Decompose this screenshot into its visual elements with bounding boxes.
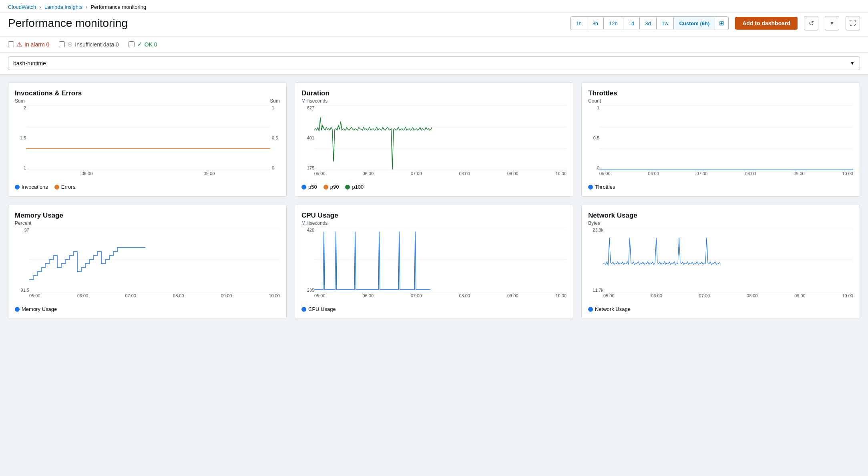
net-legend-item: Network Usage xyxy=(588,306,631,312)
time-12h[interactable]: 12h xyxy=(604,18,623,29)
memory-title: Memory Usage xyxy=(15,212,280,220)
charts-grid-top: Invocations & Errors Sum Sum 2 1.5 1 xyxy=(8,83,860,197)
breadcrumb-sep2: › xyxy=(86,4,87,10)
time-3h[interactable]: 3h xyxy=(587,18,604,29)
cpu-y-axis: 420 235 xyxy=(301,228,314,304)
net-x-labels: 05:00 06:00 07:00 08:00 09:00 10:00 xyxy=(603,293,853,298)
in-alarm-label: In alarm 0 xyxy=(24,41,49,48)
thr-y-axis: 1 0.5 0 xyxy=(588,105,599,182)
page-title: Performance monitoring xyxy=(8,17,564,30)
dur-legend: p50 p90 p100 xyxy=(301,184,567,190)
dur-p50-label: p50 xyxy=(308,184,317,190)
cpu-chart-card: CPU Usage Milliseconds 420 235 xyxy=(295,205,573,319)
throttles-chart-card: Throttles Count 1 0.5 0 xyxy=(581,83,860,197)
thr-chart-inner: 05:00 06:00 07:00 08:00 09:00 10:00 xyxy=(599,105,853,182)
inv-legend-inv-label: Invocations xyxy=(22,184,48,190)
inv-svg xyxy=(26,105,270,170)
thr-svg xyxy=(599,105,853,170)
mem-x-labels: 05:00 06:00 07:00 08:00 09:00 10:00 xyxy=(29,293,280,298)
network-chart-card: Network Usage Bytes 23.3k 11.7k xyxy=(581,205,860,319)
in-alarm-filter[interactable]: ⚠ In alarm 0 xyxy=(8,40,49,48)
net-legend: Network Usage xyxy=(588,306,853,312)
thr-legend: Throttles xyxy=(588,184,853,190)
time-1w[interactable]: 1w xyxy=(657,18,674,29)
grid-view-button[interactable]: ⊞ xyxy=(715,17,728,30)
dropdown-button[interactable]: ▼ xyxy=(825,16,839,30)
invocations-unit-row: Sum Sum xyxy=(15,98,280,104)
alarm-filters: ⚠ In alarm 0 ⊝ Insufficient data 0 ✓ OK … xyxy=(0,36,868,52)
breadcrumb-current: Performance monitoring xyxy=(90,4,146,10)
insufficient-filter[interactable]: ⊝ Insufficient data 0 xyxy=(59,40,119,48)
inv-legend-err-label: Errors xyxy=(61,184,75,190)
dur-p90-label: p90 xyxy=(330,184,339,190)
network-chart: 23.3k 11.7k 05:00 06:00 07:00 xyxy=(588,228,853,304)
inv-legend: Invocations Errors xyxy=(15,184,280,190)
page-header: Performance monitoring 1h 3h 12h 1d 3d 1… xyxy=(0,13,868,36)
fullscreen-button[interactable]: ⛶ xyxy=(846,16,860,30)
ok-label: OK 0 xyxy=(145,41,157,48)
time-1h[interactable]: 1h xyxy=(571,18,587,29)
inv-legend-invocations: Invocations xyxy=(15,184,48,190)
add-dashboard-button[interactable]: Add to dashboard xyxy=(735,17,798,30)
mem-svg xyxy=(29,228,280,292)
function-selector: bash-runtime ▼ xyxy=(0,52,868,75)
insufficient-label: Insufficient data 0 xyxy=(75,41,119,48)
net-legend-label: Network Usage xyxy=(595,306,631,312)
top-bar: CloudWatch › Lambda Insights › Performan… xyxy=(0,0,868,75)
inv-legend-errors: Errors xyxy=(54,184,75,190)
breadcrumb: CloudWatch › Lambda Insights › Performan… xyxy=(0,0,868,13)
ok-checkbox[interactable] xyxy=(129,41,135,47)
insufficient-checkbox[interactable] xyxy=(59,41,65,47)
breadcrumb-lambda-insights[interactable]: Lambda Insights xyxy=(44,4,82,10)
cpu-legend-label: CPU Usage xyxy=(308,306,336,312)
dropdown-chevron: ▼ xyxy=(850,61,855,66)
memory-chart: 97 91.5 05:00 06:00 07:00 xyxy=(15,228,280,304)
invocations-chart-card: Invocations & Errors Sum Sum 2 1.5 1 xyxy=(8,83,287,197)
cpu-unit: Milliseconds xyxy=(301,220,567,226)
memory-chart-card: Memory Usage Percent 97 91.5 0 xyxy=(8,205,287,319)
breadcrumb-sep1: › xyxy=(39,4,41,10)
dur-y-axis: 627 401 175 xyxy=(301,105,314,182)
network-title: Network Usage xyxy=(588,212,853,220)
ok-filter[interactable]: ✓ OK 0 xyxy=(129,40,157,48)
duration-chart: 627 401 175 05:00 06:00 xyxy=(301,105,567,182)
cpu-legend: CPU Usage xyxy=(301,306,567,312)
refresh-button[interactable]: ↺ xyxy=(804,16,818,30)
mem-legend-item: Memory Usage xyxy=(15,306,57,312)
function-dropdown-wrapper[interactable]: bash-runtime ▼ xyxy=(8,56,860,70)
thr-legend-item: Throttles xyxy=(588,184,615,190)
dur-chart-inner: 05:00 06:00 07:00 08:00 09:00 10:00 xyxy=(314,105,567,182)
thr-x-labels: 05:00 06:00 07:00 08:00 09:00 10:00 xyxy=(599,171,853,176)
cpu-legend-item: CPU Usage xyxy=(301,306,336,312)
cpu-title: CPU Usage xyxy=(301,212,567,220)
cpu-svg xyxy=(314,228,567,292)
main-content: Invocations & Errors Sum Sum 2 1.5 1 xyxy=(0,75,868,327)
ok-icon: ✓ xyxy=(137,40,142,48)
in-alarm-checkbox[interactable] xyxy=(8,41,14,47)
invocations-y-label: Sum xyxy=(15,98,25,104)
dur-legend-p90: p90 xyxy=(323,184,339,190)
function-value: bash-runtime xyxy=(13,60,46,67)
mem-legend-label: Memory Usage xyxy=(22,306,57,312)
dur-legend-p100: p100 xyxy=(345,184,364,190)
time-custom[interactable]: Custom (6h) xyxy=(674,18,715,29)
invocations-chart: 2 1.5 1 xyxy=(15,105,280,182)
thr-legend-label: Throttles xyxy=(595,184,615,190)
breadcrumb-cloudwatch[interactable]: CloudWatch xyxy=(8,4,36,10)
cpu-x-labels: 05:00 06:00 07:00 08:00 09:00 10:00 xyxy=(314,293,567,298)
net-chart-inner: 05:00 06:00 07:00 08:00 09:00 10:00 xyxy=(603,228,853,304)
duration-title: Duration xyxy=(301,89,567,97)
duration-unit: Milliseconds xyxy=(301,98,567,104)
net-y-axis: 23.3k 11.7k xyxy=(588,228,603,304)
dur-svg xyxy=(314,105,567,170)
insufficient-icon: ⊝ xyxy=(67,40,72,48)
time-1d[interactable]: 1d xyxy=(623,18,640,29)
net-svg xyxy=(603,228,853,292)
time-3d[interactable]: 3d xyxy=(640,18,656,29)
invocations-y2-label: Sum xyxy=(270,98,280,104)
cpu-chart-inner: 05:00 06:00 07:00 08:00 09:00 10:00 xyxy=(314,228,567,304)
invocations-title: Invocations & Errors xyxy=(15,89,280,97)
memory-unit: Percent xyxy=(15,220,280,226)
charts-grid-bottom: Memory Usage Percent 97 91.5 0 xyxy=(8,205,860,319)
dur-x-labels: 05:00 06:00 07:00 08:00 09:00 10:00 xyxy=(314,171,567,176)
